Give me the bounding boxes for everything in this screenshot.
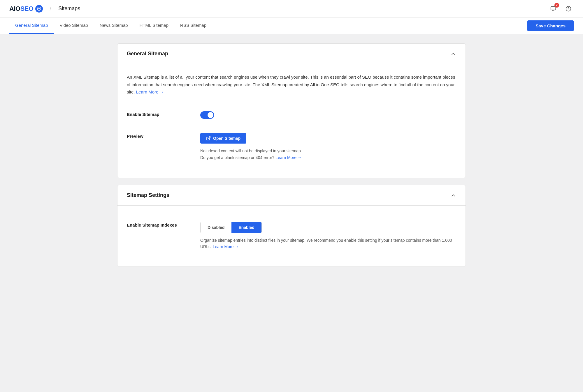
preview-note: Noindexed content will not be displayed …: [200, 148, 456, 162]
enable-sitemap-control: [200, 111, 456, 119]
tab-video-sitemap[interactable]: Video Sitemap: [54, 17, 94, 34]
notification-badge: 2: [554, 3, 559, 8]
toggle-slider: [200, 111, 214, 119]
general-sitemap-card: General Sitemap An XML Sitemap is a list…: [117, 43, 466, 178]
preview-row: Preview Open Sitemap Noindexed content w…: [127, 126, 456, 169]
help-button[interactable]: [563, 3, 574, 14]
general-sitemap-description: An XML Sitemap is a list of all your con…: [127, 73, 456, 96]
notifications-button[interactable]: 2: [548, 3, 559, 14]
logo-aio-text: AIO: [9, 5, 20, 12]
logo-seo-text: SEO: [20, 5, 34, 12]
general-sitemap-learn-more-link[interactable]: Learn More →: [136, 89, 164, 94]
sitemap-settings-card: Sitemap Settings Enable Sitemap Indexes …: [117, 185, 466, 267]
svg-point-3: [38, 8, 40, 9]
tab-news-sitemap[interactable]: News Sitemap: [94, 17, 134, 34]
indexes-disabled-button[interactable]: Disabled: [201, 222, 231, 233]
header-actions: 2: [548, 3, 574, 14]
sitemap-settings-collapse-button[interactable]: [450, 193, 456, 198]
enable-indexes-control: Disabled Enabled Organize sitemap entrie…: [200, 222, 456, 250]
sitemap-settings-title: Sitemap Settings: [127, 192, 169, 198]
enable-sitemap-row: Enable Sitemap: [127, 104, 456, 126]
indexes-enabled-button[interactable]: Enabled: [231, 222, 261, 233]
indexes-toggle-group: Disabled Enabled: [200, 222, 262, 233]
enable-sitemap-toggle[interactable]: [200, 111, 214, 119]
general-sitemap-collapse-button[interactable]: [450, 51, 456, 57]
sitemap-settings-card-header: Sitemap Settings: [117, 185, 466, 206]
preview-learn-more-link[interactable]: Learn More →: [275, 155, 301, 160]
save-changes-button[interactable]: Save Changes: [527, 20, 574, 31]
svg-line-7: [208, 137, 210, 139]
tab-rss-sitemap[interactable]: RSS Sitemap: [174, 17, 212, 34]
tab-html-sitemap[interactable]: HTML Sitemap: [134, 17, 174, 34]
indexes-learn-more-link[interactable]: Learn More →: [213, 244, 239, 249]
general-sitemap-card-body: An XML Sitemap is a list of all your con…: [117, 64, 466, 178]
enable-sitemap-label: Enable Sitemap: [127, 111, 191, 117]
tabs-bar: General Sitemap Video Sitemap News Sitem…: [0, 17, 583, 34]
logo: AIOSEO: [9, 5, 43, 13]
preview-control: Open Sitemap Noindexed content will not …: [200, 133, 456, 162]
external-link-icon: [206, 136, 211, 141]
indexes-hint: Organize sitemap entries into distinct f…: [200, 237, 456, 250]
header-divider: /: [50, 5, 52, 12]
main-content: General Sitemap An XML Sitemap is a list…: [108, 34, 475, 283]
header: AIOSEO / Sitemaps 2: [0, 0, 583, 17]
enable-indexes-label: Enable Sitemap Indexes: [127, 222, 191, 227]
page-title: Sitemaps: [58, 6, 80, 12]
logo-icon: [35, 5, 43, 13]
preview-label: Preview: [127, 133, 191, 139]
tab-general-sitemap[interactable]: General Sitemap: [9, 17, 54, 34]
open-sitemap-button[interactable]: Open Sitemap: [200, 133, 246, 144]
general-sitemap-card-header: General Sitemap: [117, 44, 466, 64]
enable-indexes-row: Enable Sitemap Indexes Disabled Enabled …: [127, 215, 456, 257]
general-sitemap-title: General Sitemap: [127, 51, 168, 57]
sitemap-settings-card-body: Enable Sitemap Indexes Disabled Enabled …: [117, 206, 466, 266]
